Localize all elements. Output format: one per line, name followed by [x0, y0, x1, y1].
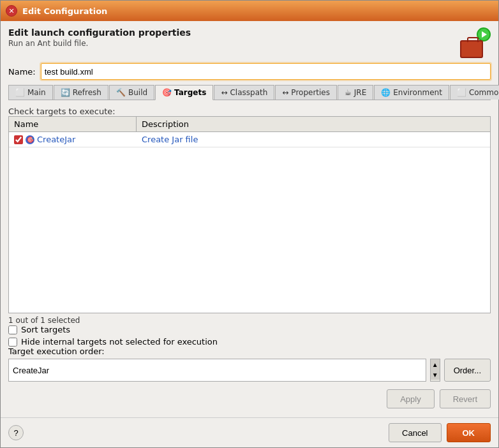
scroll-up-btn[interactable]: ▲: [431, 359, 440, 370]
main-tab-icon: ⬜: [15, 88, 25, 97]
hide-checkbox-row: Hide internal targets not selected for e…: [8, 337, 491, 347]
cancel-button[interactable]: Cancel: [389, 423, 441, 442]
execution-order-row: ▲ ▼ Order...: [8, 359, 491, 382]
scrollbar[interactable]: ▲ ▼: [430, 359, 440, 382]
tab-build[interactable]: 🔨 Build: [109, 85, 154, 100]
tab-properties-label: Properties: [291, 88, 330, 97]
header-icon: [460, 27, 491, 58]
target-icon: 🎯: [26, 135, 34, 144]
header-text: Edit launch configuration properties Run…: [8, 27, 191, 48]
sort-checkbox-row: Sort targets: [8, 325, 491, 334]
build-tab-icon: 🔨: [116, 88, 126, 97]
tab-classpath-label: Classpath: [230, 88, 267, 97]
footer-buttons: Cancel OK: [389, 423, 491, 442]
briefcase-icon: [460, 40, 483, 58]
tab-main-label: Main: [27, 88, 46, 97]
properties-tab-icon: ↔: [282, 88, 288, 97]
hide-internal-label: Hide internal targets not selected for e…: [21, 337, 218, 347]
tab-environment[interactable]: 🌐 Environment: [374, 85, 449, 100]
header-title: Edit launch configuration properties: [8, 27, 191, 38]
apply-button[interactable]: Apply: [387, 389, 435, 408]
header-subtitle: Run an Ant build file.: [8, 39, 191, 48]
tab-refresh-label: Refresh: [73, 88, 101, 97]
tabs-bar: ⬜ Main 🔄 Refresh 🔨 Build 🎯 Targets ↔ Cla…: [8, 85, 491, 100]
tab-properties[interactable]: ↔ Properties: [275, 85, 337, 100]
hide-internal-checkbox[interactable]: [8, 338, 17, 347]
footer: ? Cancel OK: [1, 417, 498, 447]
targets-table[interactable]: Name Description 🎯 CreateJar Create Jar …: [8, 116, 491, 313]
tab-environment-label: Environment: [393, 88, 442, 97]
ok-button[interactable]: OK: [447, 423, 491, 442]
tab-common-label: Common: [469, 88, 499, 97]
run-icon: [477, 27, 491, 41]
sort-targets-label: Sort targets: [21, 325, 70, 334]
tab-targets[interactable]: 🎯 Targets: [155, 85, 213, 100]
table-row[interactable]: 🎯 CreateJar Create Jar file: [9, 132, 490, 147]
apply-revert-row: Apply Revert: [8, 387, 491, 411]
name-input[interactable]: [41, 63, 491, 80]
table-cell-name: 🎯 CreateJar: [9, 132, 137, 147]
tab-jre-label: JRE: [354, 88, 366, 97]
check-targets-label: Check targets to execute:: [8, 107, 491, 116]
common-tab-icon: ⬜: [457, 88, 466, 97]
window-title: Edit Configuration: [22, 6, 107, 16]
classpath-tab-icon: ↔: [221, 88, 227, 97]
tab-main[interactable]: ⬜ Main: [8, 85, 53, 100]
selection-info: 1 out of 1 selected: [8, 316, 491, 325]
close-button[interactable]: ✕: [6, 5, 17, 17]
tab-jre[interactable]: ☕ JRE: [338, 85, 373, 100]
titlebar: ✕ Edit Configuration: [1, 1, 498, 21]
scroll-down-btn[interactable]: ▼: [431, 370, 440, 380]
execution-order-input[interactable]: [8, 359, 426, 382]
content-area: Edit launch configuration properties Run…: [1, 21, 498, 417]
targets-area: Check targets to execute: Name Descripti…: [8, 105, 491, 382]
tab-common[interactable]: ⬜ Common: [450, 85, 499, 100]
target-desc-link[interactable]: Create Jar file: [142, 135, 198, 144]
name-label: Name:: [8, 67, 36, 77]
sort-targets-checkbox[interactable]: [8, 325, 17, 334]
order-button[interactable]: Order...: [444, 359, 491, 382]
jre-tab-icon: ☕: [345, 88, 352, 97]
tab-targets-label: Targets: [174, 88, 206, 97]
name-row: Name:: [8, 63, 491, 80]
column-desc-header: Description: [137, 117, 490, 131]
main-window: ✕ Edit Configuration Edit launch configu…: [0, 0, 499, 448]
refresh-tab-icon: 🔄: [61, 88, 70, 97]
revert-button[interactable]: Revert: [440, 389, 491, 408]
table-cell-desc: Create Jar file: [137, 132, 490, 147]
table-header: Name Description: [9, 117, 490, 132]
header-section: Edit launch configuration properties Run…: [8, 27, 491, 58]
targets-tab-icon: 🎯: [162, 88, 172, 97]
tab-refresh[interactable]: 🔄 Refresh: [54, 85, 108, 100]
tab-build-label: Build: [128, 88, 147, 97]
target-name-link[interactable]: CreateJar: [37, 135, 75, 144]
execution-order-section: Target execution order: ▲ ▼ Order...: [8, 347, 491, 382]
environment-tab-icon: 🌐: [381, 88, 391, 97]
target-checkbox[interactable]: [14, 135, 23, 144]
help-button[interactable]: ?: [8, 425, 24, 440]
column-name-header: Name: [9, 117, 137, 131]
execution-order-label: Target execution order:: [8, 347, 491, 356]
tab-classpath[interactable]: ↔ Classpath: [214, 85, 274, 100]
checkboxes-section: Sort targets Hide internal targets not s…: [8, 325, 491, 347]
